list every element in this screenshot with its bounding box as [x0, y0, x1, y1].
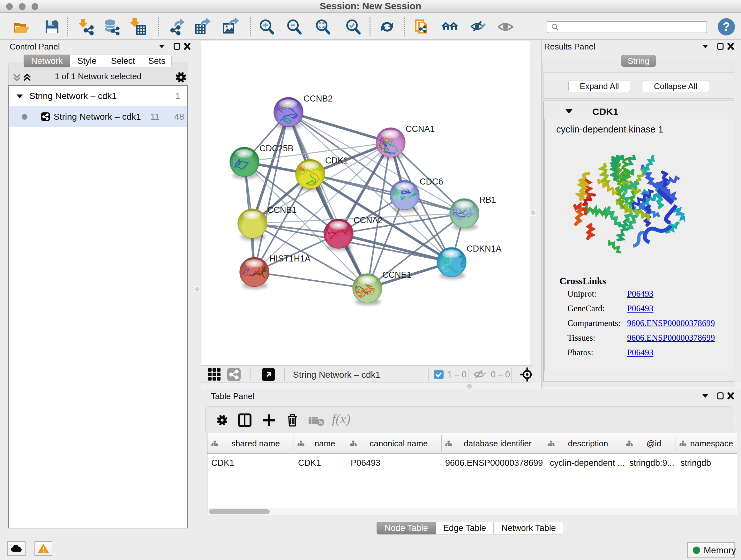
svg-text:CDK1: CDK1 — [325, 156, 348, 165]
svg-text:RB1: RB1 — [479, 195, 496, 205]
svg-text:CCNE1: CCNE1 — [382, 270, 412, 280]
svg-text:HIST1H1A: HIST1H1A — [269, 254, 311, 263]
svg-text:CCNB2: CCNB2 — [304, 94, 333, 104]
svg-text:CCNA1: CCNA1 — [406, 124, 435, 134]
svg-text:CDC25B: CDC25B — [259, 144, 293, 153]
svg-text:CCNB1: CCNB1 — [267, 205, 297, 215]
svg-text:CDKN1A: CDKN1A — [467, 244, 502, 253]
svg-text:CCNA2: CCNA2 — [354, 215, 383, 225]
svg-text:CDC6: CDC6 — [420, 177, 443, 186]
